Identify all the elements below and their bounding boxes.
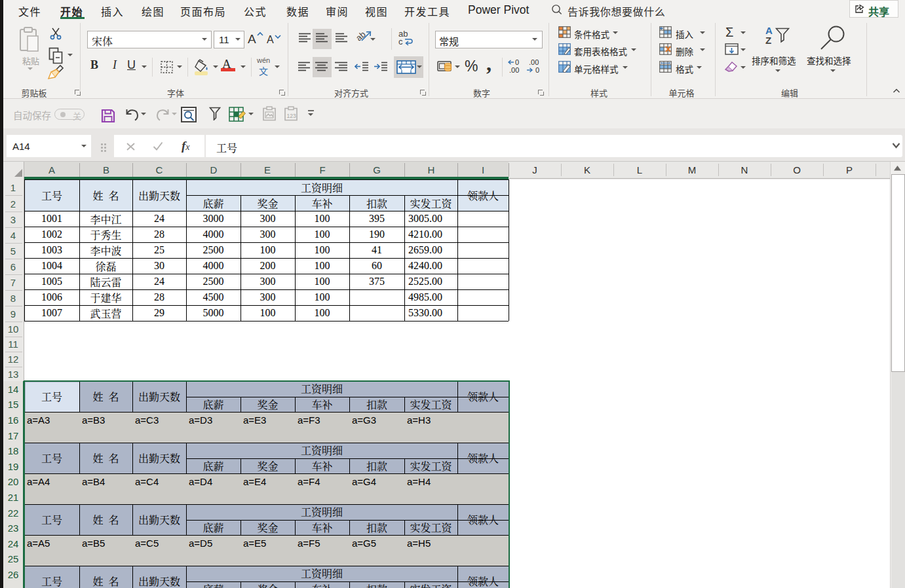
svg-text:0: 0 (535, 66, 539, 74)
svg-text:.00: .00 (529, 59, 539, 66)
svg-text:.00: .00 (509, 66, 519, 74)
svg-text:0: 0 (515, 59, 519, 66)
svg-text:123: 123 (287, 113, 296, 119)
